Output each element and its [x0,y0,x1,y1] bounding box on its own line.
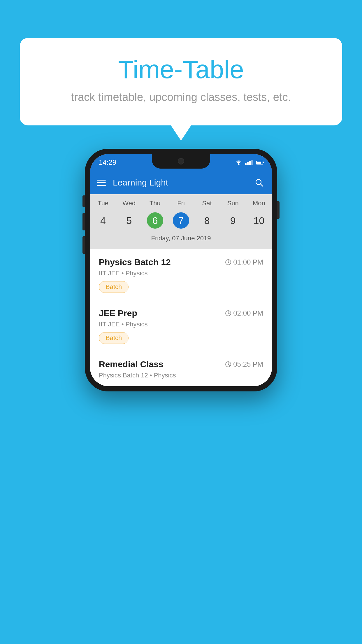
clock-icon-2 [225,310,231,316]
phone-screen: 14:29 [90,154,272,386]
day-label-mon: Mon [246,200,272,209]
day-4[interactable]: 4 [90,212,116,229]
svg-line-2 [261,184,263,186]
day-label-wed: Wed [116,200,142,209]
schedule-item-1-time: 01:00 PM [225,258,263,266]
phone-notch [152,154,210,169]
svg-line-11 [228,364,229,365]
speech-bubble-container: Time-Table track timetable, upcoming cla… [20,38,342,125]
batch-badge-2: Batch [99,332,129,344]
speech-bubble: Time-Table track timetable, upcoming cla… [20,38,342,125]
day-9[interactable]: 9 [220,212,246,229]
day-labels: Tue Wed Thu Fri Sat Sun Mon [90,200,272,209]
schedule-item-2-header: JEE Prep 02:00 PM [99,308,263,318]
menu-button[interactable] [97,180,106,186]
day-selected-circle[interactable]: 7 [173,212,189,229]
app-bar: Learning Light [90,171,272,194]
app-title: Learning Light [113,178,253,188]
phone-mute-button [82,195,85,207]
day-5[interactable]: 5 [116,212,142,229]
clock-icon-1 [225,259,231,265]
svg-point-0 [238,164,240,165]
bubble-subtitle: track timetable, upcoming classes, tests… [43,90,319,105]
phone-power-button [277,201,280,219]
day-label-tue: Tue [90,200,116,209]
svg-line-8 [228,313,230,314]
selected-date-label: Friday, 07 June 2019 [90,232,272,246]
front-camera [178,158,184,164]
schedule-item-1-title: Physics Batch 12 [99,257,171,267]
day-today-circle[interactable]: 6 [147,212,163,229]
status-time: 14:29 [99,158,116,167]
day-label-fri: Fri [168,200,194,209]
phone-container: 14:29 [85,149,277,391]
bubble-title: Time-Table [43,55,319,84]
day-8[interactable]: 8 [194,212,220,229]
batch-badge-1: Batch [99,281,129,293]
phone-outer: 14:29 [85,149,277,391]
day-6[interactable]: 6 [142,209,168,232]
schedule-item-2-title: JEE Prep [99,308,137,318]
day-label-sun: Sun [220,200,246,209]
schedule-item-3-header: Remedial Class 05:25 PM [99,359,263,369]
status-icons [235,159,263,166]
day-7[interactable]: 7 [168,209,194,232]
svg-line-5 [228,262,229,263]
day-label-sat: Sat [194,200,220,209]
schedule-item-3-title: Remedial Class [99,359,164,369]
search-button[interactable] [253,177,265,188]
signal-icon [245,160,253,165]
schedule-list: Physics Batch 12 01:00 PM IIT JEE • Phys… [90,249,272,386]
phone-vol-up-button [82,213,85,230]
day-numbers: 4 5 6 7 8 9 10 [90,209,272,232]
phone-vol-down-button [82,236,85,254]
calendar-strip: Tue Wed Thu Fri Sat Sun Mon 4 5 6 7 [90,194,272,249]
schedule-item-1[interactable]: Physics Batch 12 01:00 PM IIT JEE • Phys… [90,249,272,300]
clock-icon-3 [225,361,231,368]
search-icon [255,178,263,187]
schedule-item-3-sub: Physics Batch 12 • Physics [99,372,263,379]
day-label-thu: Thu [142,200,168,209]
day-10[interactable]: 10 [246,212,272,229]
schedule-item-1-header: Physics Batch 12 01:00 PM [99,257,263,267]
schedule-item-3-time: 05:25 PM [225,360,263,368]
wifi-icon [235,159,243,166]
schedule-item-3[interactable]: Remedial Class 05:25 PM Physics Batch 12… [90,351,272,386]
schedule-item-2[interactable]: JEE Prep 02:00 PM IIT JEE • Physics Batc… [90,300,272,351]
battery-icon [256,161,263,164]
schedule-item-1-sub: IIT JEE • Physics [99,270,263,277]
schedule-item-2-sub: IIT JEE • Physics [99,321,263,328]
schedule-item-2-time: 02:00 PM [225,309,263,317]
